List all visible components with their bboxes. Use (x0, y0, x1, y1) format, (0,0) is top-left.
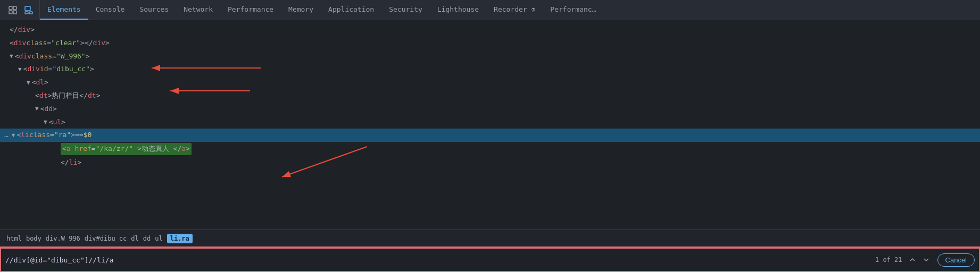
breadcrumb-dd[interactable]: dd (143, 235, 151, 242)
svg-rect-5 (25, 12, 28, 14)
svg-rect-4 (25, 6, 30, 11)
breadcrumb-html[interactable]: html (6, 235, 22, 242)
cancel-button[interactable]: Cancel (937, 253, 975, 267)
inspect-icon[interactable] (6, 4, 19, 16)
breadcrumb-body[interactable]: body (26, 235, 41, 242)
tab-network[interactable]: Network (176, 0, 220, 20)
tree-line-selected: … ▼ <li class="ra" > == $0 (0, 129, 980, 142)
tab-performance[interactable]: Performance (220, 0, 281, 20)
svg-rect-1 (13, 6, 16, 10)
devtools-icons (2, 0, 40, 20)
svg-rect-2 (9, 11, 12, 14)
svg-rect-0 (9, 6, 12, 10)
tab-sources[interactable]: Sources (132, 0, 176, 20)
tab-bar: Elements Console Sources Network Perform… (0, 0, 980, 20)
tree-line: ▼ <div id="dibu_cc" > (4, 63, 976, 76)
tree-line: </div> (4, 23, 976, 37)
search-prev-button[interactable] (906, 253, 919, 267)
svg-rect-3 (13, 11, 16, 14)
tab-console[interactable]: Console (88, 0, 132, 20)
main-area: </div> <div class="clear" ></div> ▼ <div… (0, 20, 980, 272)
tab-lighthouse[interactable]: Lighthouse (430, 0, 486, 20)
breadcrumb-ul[interactable]: ul (155, 235, 162, 242)
tree-line: <a href="/ka/zr/" >动态真人 </a> (4, 142, 976, 156)
element-picker-icon[interactable] (22, 4, 35, 16)
tree-line: <dt >热门栏目 </dt> (4, 89, 976, 103)
search-bar: 1 of 21 Cancel (1, 248, 979, 271)
tab-performance2[interactable]: Performanc… (543, 0, 603, 20)
tree-line: ▼ <div class="W_996" > (4, 50, 976, 63)
tab-application[interactable]: Application (321, 0, 381, 20)
breadcrumb-div-w996[interactable]: div.W_996 (46, 235, 80, 242)
tab-memory[interactable]: Memory (281, 0, 321, 20)
breadcrumb-dl[interactable]: dl (131, 235, 138, 242)
tree-line: ▼ <ul > (4, 116, 976, 129)
search-bar-wrapper: 1 of 21 Cancel (0, 246, 980, 272)
breadcrumb-li-ra[interactable]: li.ra (167, 234, 193, 243)
tree-line: </li> (4, 156, 976, 169)
tree-line: ▼ <dd > (4, 103, 976, 116)
tab-security[interactable]: Security (381, 0, 430, 20)
tree-line: ▼ <dl > (4, 76, 976, 89)
tree-line: <div class="clear" ></div> (4, 37, 976, 50)
breadcrumb-div-dibu[interactable]: div#dibu_cc (85, 235, 127, 242)
search-next-button[interactable] (919, 253, 933, 267)
search-input[interactable] (5, 256, 875, 264)
tab-elements[interactable]: Elements (40, 0, 88, 20)
html-tree: </div> <div class="clear" ></div> ▼ <div… (0, 20, 980, 230)
tab-recorder[interactable]: Recorder ⚗ (486, 0, 543, 20)
breadcrumb-bar: html body div.W_996 div#dibu_cc dl dd ul… (0, 230, 980, 246)
svg-rect-6 (29, 12, 32, 14)
search-count: 1 of 21 (875, 256, 902, 264)
